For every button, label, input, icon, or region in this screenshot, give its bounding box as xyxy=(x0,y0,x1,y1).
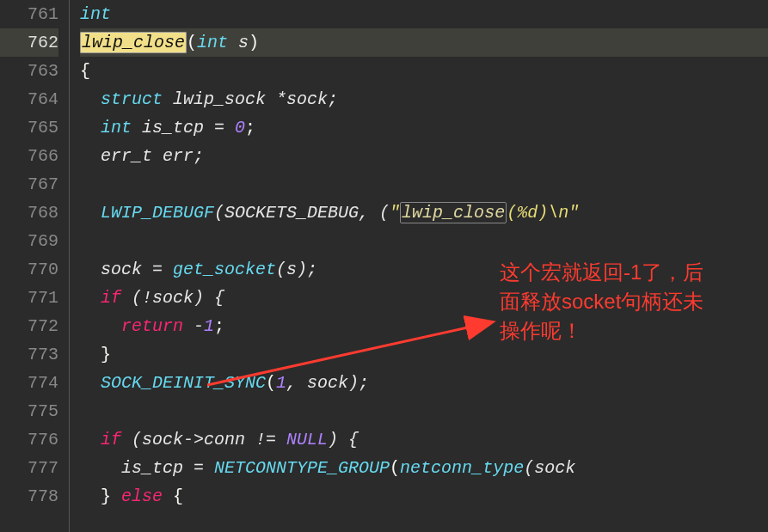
code-line[interactable]: int xyxy=(80,0,768,28)
line-number: 774 xyxy=(0,369,58,397)
keyword: int xyxy=(80,4,111,24)
code-area[interactable]: int lwip_close(int s) { struct lwip_sock… xyxy=(69,0,768,532)
line-number: 777 xyxy=(0,454,58,482)
line-number: 765 xyxy=(0,113,58,142)
annotation-line: 面释放socket句柄还未 xyxy=(500,287,703,316)
line-number: 763 xyxy=(0,57,58,85)
code-line[interactable]: lwip_close(int s) xyxy=(80,28,768,57)
annotation-line: 这个宏就返回-1了，后 xyxy=(500,258,703,287)
code-line[interactable]: } else { xyxy=(80,482,768,511)
annotation-line: 操作呢！ xyxy=(500,316,703,345)
code-line[interactable]: SOCK_DEINIT_SYNC(1, sock); xyxy=(80,369,768,397)
line-number: 762 xyxy=(0,28,58,57)
line-number: 776 xyxy=(0,425,58,454)
highlighted-symbol: lwip_close xyxy=(80,32,187,53)
line-number: 761 xyxy=(0,0,58,28)
code-line[interactable]: if (sock->conn != NULL) { xyxy=(80,425,768,454)
code-line[interactable]: is_tcp = NETCONNTYPE_GROUP(netconn_type(… xyxy=(80,454,768,482)
line-number: 778 xyxy=(0,482,58,511)
code-line[interactable]: { xyxy=(80,57,768,85)
code-line[interactable] xyxy=(80,397,768,425)
line-number: 768 xyxy=(0,199,58,227)
code-line[interactable]: struct lwip_sock *sock; xyxy=(80,85,768,113)
code-editor[interactable]: 761 762 763 764 765 766 767 768 769 770 … xyxy=(0,0,768,532)
line-number: 771 xyxy=(0,284,58,312)
line-gutter: 761 762 763 764 765 766 767 768 769 770 … xyxy=(0,0,69,532)
code-line[interactable] xyxy=(80,170,768,199)
line-number: 764 xyxy=(0,85,58,113)
line-number: 767 xyxy=(0,170,58,199)
line-number: 770 xyxy=(0,255,58,284)
code-line[interactable]: int is_tcp = 0; xyxy=(80,113,768,142)
line-number: 773 xyxy=(0,340,58,369)
line-number: 766 xyxy=(0,142,58,170)
code-line[interactable]: LWIP_DEBUGF(SOCKETS_DEBUG, ("lwip_close(… xyxy=(80,199,768,227)
annotation-text: 这个宏就返回-1了，后 面释放socket句柄还未 操作呢！ xyxy=(500,258,703,345)
line-number: 772 xyxy=(0,312,58,340)
highlighted-symbol: lwip_close xyxy=(400,202,507,223)
line-number: 769 xyxy=(0,227,58,255)
code-line[interactable]: err_t err; xyxy=(80,142,768,170)
code-line[interactable] xyxy=(80,227,768,255)
line-number: 775 xyxy=(0,397,58,425)
